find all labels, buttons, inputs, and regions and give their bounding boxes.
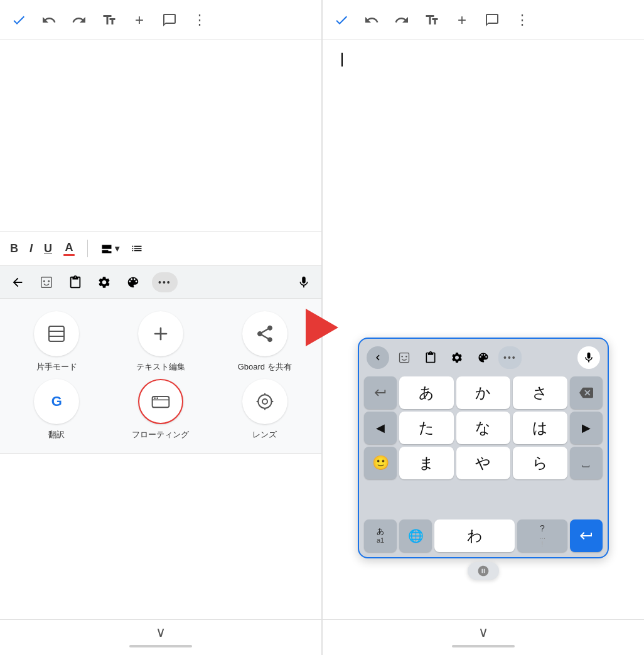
share-gboard-label: Gboard を共有	[238, 361, 292, 373]
right-chevron-down[interactable]: ∨	[478, 624, 488, 641]
svg-point-10	[258, 395, 271, 408]
redo-button[interactable]	[70, 11, 88, 29]
bold-button[interactable]: B	[10, 242, 18, 255]
svg-point-9	[156, 397, 158, 399]
svg-point-8	[154, 397, 156, 399]
menu-grid: 片手モード テキスト編集 Gboard を共有 G 翻訳 フローティング	[0, 299, 321, 454]
fk-back-button[interactable]	[367, 346, 389, 369]
floating-keyboard: ••• あ か さ ◀ た な	[358, 338, 609, 558]
right-text-format-button[interactable]	[423, 11, 441, 29]
translate-icon: G	[34, 379, 79, 424]
fk-theme-button[interactable]	[472, 346, 495, 369]
comment-button[interactable]	[161, 11, 178, 29]
key-arrow-left[interactable]: ◀	[364, 412, 397, 444]
svg-point-11	[262, 399, 267, 404]
right-add-button[interactable]: +	[453, 11, 471, 29]
one-hand-icon	[34, 311, 79, 356]
lens-icon	[242, 379, 287, 424]
check-button[interactable]	[10, 11, 28, 29]
floating-label: フローティング	[132, 429, 189, 440]
more-options-button[interactable]: ⋮	[191, 11, 208, 29]
svg-rect-16	[400, 353, 409, 363]
transition-arrow	[306, 309, 338, 346]
left-chevron-down[interactable]: ∨	[156, 624, 166, 641]
text-format-button[interactable]	[100, 11, 118, 29]
right-doc-area[interactable]	[323, 40, 644, 343]
align-button[interactable]: ▾	[100, 242, 119, 255]
floating-keyboard-wrapper: ••• あ か さ ◀ た な	[358, 338, 609, 580]
kb-clipboard-button[interactable]	[65, 272, 85, 292]
key-emoji[interactable]: 🙂	[364, 447, 397, 479]
right-top-toolbar: + ⋮	[323, 0, 644, 40]
add-button[interactable]: +	[131, 11, 148, 29]
key-wa[interactable]: わ	[434, 519, 515, 552]
kb-settings-button[interactable]	[94, 272, 114, 292]
key-punctuation[interactable]: ? … !	[517, 519, 567, 552]
kb-toolbar: •••	[0, 266, 321, 299]
text-color-button[interactable]: A	[63, 241, 75, 256]
kb-emoji-board-button[interactable]	[36, 272, 56, 292]
left-panel: + ⋮ B I U A ▾	[0, 0, 322, 655]
right-check-button[interactable]	[333, 11, 350, 29]
svg-point-17	[401, 356, 403, 358]
kb-more-button[interactable]: •••	[152, 272, 178, 292]
kb-mic-button[interactable]	[294, 272, 314, 292]
lens-label: レンズ	[252, 429, 277, 440]
key-space[interactable]: ⎵	[570, 447, 603, 479]
key-ha[interactable]: は	[513, 412, 567, 444]
key-ya[interactable]: や	[456, 447, 511, 479]
key-ma[interactable]: ま	[399, 447, 454, 479]
color-indicator	[63, 254, 75, 256]
undo-button[interactable]	[40, 11, 58, 29]
right-panel: + ⋮	[322, 0, 644, 655]
key-na[interactable]: な	[456, 412, 511, 444]
key-delete[interactable]	[570, 376, 603, 409]
right-more-options-button[interactable]: ⋮	[513, 11, 531, 29]
fk-emoji-board-button[interactable]	[393, 346, 416, 369]
format-toolbar: B I U A ▾	[0, 231, 321, 266]
key-ta[interactable]: た	[399, 412, 454, 444]
left-home-indicator	[129, 645, 192, 647]
key-return-left[interactable]	[364, 376, 397, 409]
right-home-indicator	[452, 645, 515, 647]
text-edit-label: テキスト編集	[136, 361, 185, 373]
menu-item-text-edit[interactable]: テキスト編集	[110, 311, 212, 373]
one-hand-label: 片手モード	[36, 361, 77, 373]
key-enter[interactable]	[570, 519, 603, 552]
key-ra[interactable]: ら	[513, 447, 567, 479]
menu-item-share-gboard[interactable]: Gboard を共有	[214, 311, 315, 373]
left-doc-area	[0, 40, 321, 231]
drag-handle[interactable]	[468, 562, 499, 580]
fk-clipboard-button[interactable]	[419, 346, 442, 369]
menu-item-floating[interactable]: フローティング	[110, 379, 212, 440]
menu-item-one-hand[interactable]: 片手モード	[6, 311, 107, 373]
menu-item-translate[interactable]: G 翻訳	[6, 379, 107, 440]
right-comment-button[interactable]	[483, 11, 501, 29]
translate-label: 翻訳	[48, 429, 65, 440]
key-aha1[interactable]: あ a1	[364, 519, 397, 552]
svg-rect-3	[49, 326, 64, 341]
key-ka[interactable]: か	[456, 376, 511, 409]
underline-button[interactable]: U	[44, 242, 52, 255]
svg-rect-0	[41, 277, 52, 287]
right-redo-button[interactable]	[393, 11, 411, 29]
key-sa[interactable]: さ	[513, 376, 567, 409]
kana-grid: あ か さ ◀ た な は ▶ 🙂 ま や ら ⎵	[364, 374, 603, 517]
fk-topbar: •••	[364, 344, 603, 374]
fk-more-button[interactable]: •••	[498, 346, 522, 369]
fk-mic-button[interactable]	[577, 346, 600, 369]
right-undo-button[interactable]	[363, 11, 380, 29]
text-edit-icon	[138, 311, 183, 356]
left-bottom-area: ∨	[0, 619, 321, 655]
menu-item-lens[interactable]: レンズ	[214, 379, 315, 440]
key-globe[interactable]: 🌐	[399, 519, 432, 552]
kb-back-button[interactable]	[8, 272, 28, 292]
fk-settings-button[interactable]	[446, 346, 468, 369]
svg-point-1	[43, 280, 45, 282]
svg-point-18	[405, 356, 407, 358]
key-a[interactable]: あ	[399, 376, 454, 409]
italic-button[interactable]: I	[30, 242, 33, 255]
list-button[interactable]	[131, 242, 143, 255]
kb-theme-button[interactable]	[123, 272, 143, 292]
key-arrow-right[interactable]: ▶	[570, 412, 603, 444]
